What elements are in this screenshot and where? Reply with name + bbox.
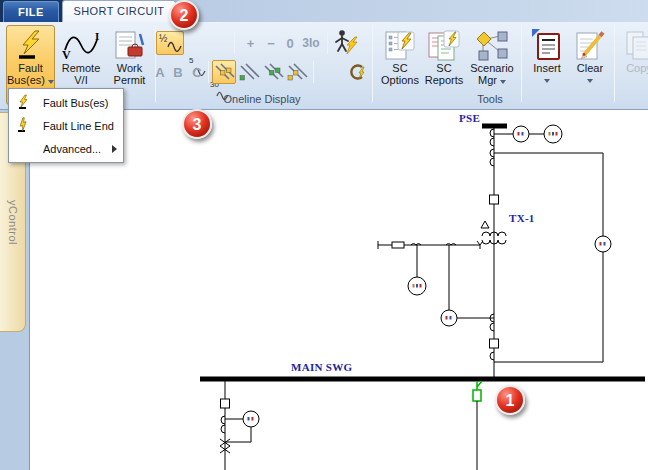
mini-separator <box>234 32 235 54</box>
sc-reports-label-2: Reports <box>425 74 464 86</box>
menu-item-label: Advanced... <box>43 143 101 155</box>
sc-reports-icon <box>427 26 461 62</box>
sc-options-icon <box>384 26 416 62</box>
sc-options-label-1: SC <box>392 62 407 74</box>
insert-label: Insert <box>533 62 561 74</box>
dropdown-arrow-icon <box>544 79 550 83</box>
menu-item-fault-line-end[interactable]: Fault Line End <box>9 114 123 137</box>
phase-b-button[interactable]: B <box>170 60 186 84</box>
fault-buses-label-2: Bus(es) <box>7 74 54 86</box>
lower-left-feeder <box>220 381 259 470</box>
remote-vi-label-2: V/I <box>74 74 87 86</box>
half-cycle-label: ½ <box>159 33 167 44</box>
oneline-view-3-button[interactable] <box>261 60 285 84</box>
clear-label: Clear <box>577 62 603 74</box>
fault-line-end-bolt-icon <box>16 117 32 133</box>
wave-icon <box>167 41 182 52</box>
main-swg-bus-label: MAIN SWG <box>291 361 352 373</box>
fault-marker <box>473 381 482 401</box>
breaker-symbol <box>490 195 499 204</box>
clear-button[interactable]: Clear <box>569 25 611 105</box>
zero-sequence-button[interactable]: 0 <box>281 31 299 55</box>
copy-button[interactable]: Copy <box>618 25 648 105</box>
sc-options-label-2: Options <box>381 74 419 86</box>
oneline-view-2-button[interactable] <box>237 60 261 84</box>
phase-c-button[interactable]: C <box>189 60 205 84</box>
dropdown-arrow-icon <box>500 80 506 84</box>
work-permit-label-1: Work <box>117 62 142 74</box>
tab-short-circuit[interactable]: SHORT CIRCUIT <box>62 0 176 22</box>
oneline-display-group-label: Oneline Display <box>158 93 366 105</box>
work-permit-label-2: Permit <box>114 74 146 86</box>
insert-icon <box>531 26 563 62</box>
transformer-symbol <box>477 221 506 249</box>
comment-bolt-button[interactable] <box>345 60 369 84</box>
relay-symbol <box>595 236 611 252</box>
breaker-symbol <box>490 339 499 348</box>
right-feeder <box>494 153 611 362</box>
phase-a-button[interactable]: A <box>152 60 168 84</box>
dropdown-arrow-icon <box>48 80 54 84</box>
left-branch <box>378 241 494 326</box>
fuse-symbol <box>392 242 404 248</box>
arc-flash-button[interactable] <box>332 30 359 54</box>
oneline-view-icon <box>238 62 260 82</box>
mini-separator <box>313 61 314 83</box>
c-bolt-icon <box>347 62 367 82</box>
oneline-view-icon <box>286 62 308 82</box>
application-window: FILE SHORT CIRCUIT Fault Bus(es) V I Rem… <box>0 0 648 470</box>
sc-reports-label-1: SC <box>436 62 451 74</box>
clear-icon <box>574 26 606 62</box>
oneline-diagram-svg <box>30 110 648 470</box>
copy-icon <box>624 26 648 62</box>
copy-label: Copy <box>626 62 648 74</box>
ribbon-tab-strip: FILE SHORT CIRCUIT <box>0 0 648 22</box>
fault-buses-label-1: Fault <box>18 62 42 74</box>
sine-wave-vi-icon: V I <box>60 26 102 62</box>
relay-symbol <box>243 411 259 427</box>
relay-symbol <box>441 310 457 326</box>
insert-button[interactable]: Insert <box>526 25 568 105</box>
half-cycle-button[interactable]: ½ <box>156 31 184 55</box>
transformer-label: TX-1 <box>509 212 535 224</box>
three-io-button[interactable]: 3Io <box>299 31 323 55</box>
group-separator <box>521 26 522 102</box>
scenario-manager-label-2: Mgr <box>478 74 506 86</box>
scenario-manager-icon <box>475 26 509 62</box>
oneline-canvas[interactable] <box>30 110 648 470</box>
mini-separator <box>208 61 209 83</box>
fault-dropdown-menu: Fault Bus(es) Fault Line End Advanced... <box>8 88 124 163</box>
remote-vi-label-1: Remote <box>62 62 101 74</box>
callout-1: 1 <box>495 385 525 415</box>
arc-flash-person-icon <box>333 29 358 55</box>
submenu-arrow-icon <box>112 145 117 153</box>
callout-3: 3 <box>182 109 212 139</box>
fault-bolt-icon <box>14 26 48 62</box>
callout-2: 2 <box>169 0 199 30</box>
pse-bus-label: PSE <box>459 112 480 124</box>
plus-button[interactable]: + <box>240 31 261 55</box>
dropdown-arrow-icon <box>587 79 593 83</box>
menu-item-label: Fault Line End <box>43 120 114 132</box>
scenario-manager-label-1: Scenario <box>470 62 513 74</box>
relay-symbol <box>513 126 529 142</box>
minus-button[interactable]: − <box>261 31 281 55</box>
menu-item-fault-buses[interactable]: Fault Bus(es) <box>9 91 123 114</box>
group-separator <box>372 26 373 102</box>
breaker-symbol <box>221 399 230 408</box>
relay-symbol <box>544 125 562 143</box>
fault-bus-bolt-icon <box>16 94 32 110</box>
tab-file[interactable]: FILE <box>3 1 59 22</box>
oneline-view-icon <box>213 62 235 82</box>
oneline-view-1-button[interactable] <box>212 60 236 84</box>
sc-options-button[interactable]: SC Options <box>378 25 422 105</box>
menu-item-label: Fault Bus(es) <box>43 97 108 109</box>
mini-separator <box>327 32 328 54</box>
side-tab-label: yControl <box>7 200 19 245</box>
tools-group-label: Tools <box>455 93 525 105</box>
oneline-view-icon <box>262 62 284 82</box>
oneline-view-4-button[interactable] <box>285 60 309 84</box>
menu-item-advanced[interactable]: Advanced... <box>9 137 123 160</box>
svg-text:I: I <box>95 30 99 42</box>
work-permit-icon <box>113 26 147 62</box>
